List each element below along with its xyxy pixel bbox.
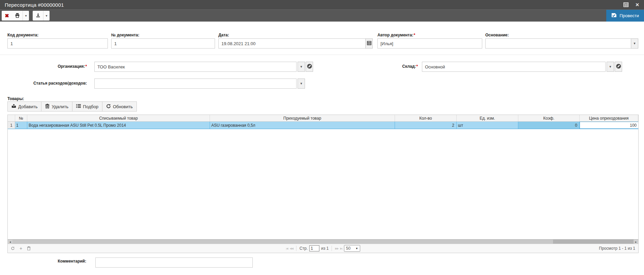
- scroll-left-button[interactable]: ◀: [8, 240, 12, 244]
- last-page-icon[interactable]: ▶|: [340, 247, 342, 250]
- warehouse-edit-button[interactable]: [615, 62, 622, 72]
- author-label: Автор документа:*: [377, 33, 415, 37]
- header-unit[interactable]: Ед. изм.: [457, 115, 518, 121]
- warehouse-dropdown-button[interactable]: ▼: [607, 62, 614, 72]
- expense-item-input[interactable]: [94, 79, 297, 89]
- doc-number-input[interactable]: [111, 38, 215, 49]
- header-num[interactable]: №: [15, 115, 27, 121]
- export-actions-group: ▾: [33, 11, 50, 21]
- row-unit-cell[interactable]: шт: [457, 122, 518, 129]
- document-form: Код документа: № документа: Дата: Автор …: [0, 22, 644, 275]
- header-coefficient[interactable]: Коэф.: [518, 115, 580, 121]
- basis-input[interactable]: [485, 38, 631, 49]
- pick-products-button[interactable]: Подбор: [72, 101, 102, 112]
- reload-grid-icon[interactable]: [11, 246, 15, 250]
- doc-code-input[interactable]: [7, 38, 108, 49]
- dropdown-arrow-icon: ▼: [609, 65, 612, 68]
- post-button[interactable]: Провести: [606, 10, 644, 22]
- horizontal-scrollbar[interactable]: ◀ ▶: [8, 239, 638, 244]
- add-row-button[interactable]: Добавить: [7, 101, 41, 112]
- trash-icon: [45, 104, 50, 110]
- basis-field: ▼: [485, 38, 638, 49]
- window-title: Пересортица #00000001: [5, 2, 64, 8]
- document-actions-group: ✖ ▾: [2, 11, 29, 21]
- header-writeoff-product[interactable]: Списываемый товар: [27, 115, 210, 121]
- refresh-icon: [106, 104, 111, 110]
- organization-input[interactable]: [94, 62, 297, 72]
- post-button-label: Провести: [619, 13, 639, 18]
- warehouse-input[interactable]: [422, 62, 606, 72]
- pencil-icon: [307, 64, 312, 70]
- delete-document-button[interactable]: ✖: [2, 11, 12, 21]
- row-coefficient-cell[interactable]: 0: [518, 122, 580, 129]
- post-save-check-icon: [611, 12, 617, 19]
- grid-header: № Списываемый товар Приходуемый товар Ко…: [8, 115, 638, 122]
- table-row[interactable]: 1 1 Вода негазированная ASU Still Pet 0.…: [8, 122, 638, 129]
- doc-number-label: № документа:: [111, 33, 140, 37]
- refresh-button[interactable]: Обновить: [102, 101, 137, 112]
- header-receipt-product[interactable]: Приходуемый товар: [210, 115, 395, 121]
- export-button[interactable]: [33, 11, 43, 21]
- scrollbar-thumb[interactable]: [12, 240, 553, 244]
- organization-field: ▼: [94, 62, 313, 72]
- add-icon: [11, 104, 16, 109]
- pencil-icon: [616, 64, 621, 70]
- journal-icon[interactable]: [623, 2, 628, 7]
- products-grid: № Списываемый товар Приходуемый товар Ко…: [7, 115, 639, 253]
- delete-row-button[interactable]: Удалить: [41, 101, 72, 112]
- warehouse-label: Склад:*: [357, 64, 418, 69]
- organization-dropdown-button[interactable]: ▼: [298, 62, 305, 72]
- expense-item-dropdown-button[interactable]: ▼: [298, 79, 305, 89]
- author-input[interactable]: [377, 38, 482, 49]
- row-receipt-cell[interactable]: ASU газированная 0,5л: [210, 122, 395, 129]
- organization-label: Организация:*: [20, 64, 87, 69]
- first-page-icon[interactable]: |◀: [286, 247, 288, 250]
- calendar-icon: [367, 41, 371, 46]
- required-mark: *: [85, 64, 87, 69]
- basis-dropdown-button[interactable]: ▼: [631, 38, 638, 49]
- chevron-down-icon: ▾: [45, 14, 47, 18]
- pick-products-label: Подбор: [83, 104, 98, 109]
- grid-pager: + |◀ ◀◀ Стр. из 1 ▶▶ ▶| 50: [8, 244, 638, 253]
- window-titlebar: Пересортица #00000001 ✕: [0, 0, 644, 9]
- page-count-label: из 1: [321, 246, 329, 251]
- section-divider: [0, 55, 644, 55]
- required-mark: *: [413, 33, 415, 37]
- list-icon: [76, 104, 81, 109]
- row-writeoff-cell[interactable]: Вода негазированная ASU Still Pet 0.5L П…: [27, 122, 210, 129]
- date-field: [218, 38, 373, 49]
- scroll-right-icon: ▶: [635, 241, 637, 243]
- calendar-button[interactable]: [365, 38, 373, 49]
- header-price[interactable]: Цена оприходования: [580, 115, 638, 121]
- doc-code-label: Код документа:: [7, 33, 38, 37]
- row-quantity-cell[interactable]: 2: [395, 122, 457, 129]
- close-icon[interactable]: ✕: [635, 2, 639, 7]
- refresh-label: Обновить: [113, 104, 133, 109]
- header-quantity[interactable]: Кол-во: [395, 115, 457, 121]
- export-menu-button[interactable]: ▾: [43, 11, 50, 21]
- date-input[interactable]: [218, 38, 366, 49]
- basis-label: Основание:: [485, 33, 509, 37]
- date-label: Дата:: [218, 33, 229, 37]
- header-row-indicator: [8, 115, 15, 121]
- print-menu-button[interactable]: ▾: [23, 11, 29, 21]
- page-number-input[interactable]: [309, 245, 319, 251]
- row-price-cell-editing[interactable]: 100: [580, 122, 638, 129]
- row-num-cell[interactable]: 1: [15, 122, 27, 129]
- scroll-left-icon: ◀: [9, 241, 11, 243]
- add-record-icon[interactable]: +: [20, 246, 22, 251]
- organization-edit-button[interactable]: [306, 62, 313, 72]
- next-page-icon[interactable]: ▶▶: [335, 247, 338, 250]
- comment-input[interactable]: [95, 257, 253, 268]
- page-size-select[interactable]: 50 ▼: [344, 245, 360, 252]
- delete-document-icon: ✖: [5, 13, 9, 19]
- scroll-right-button[interactable]: ▶: [634, 240, 638, 244]
- delete-row-label: Удалить: [52, 104, 68, 109]
- download-icon: [36, 13, 40, 19]
- pager-separator: [296, 246, 297, 251]
- products-section-label: Товары:: [7, 96, 24, 101]
- expense-item-field: ▼: [94, 79, 305, 89]
- prev-page-icon[interactable]: ◀◀: [289, 247, 293, 250]
- print-button[interactable]: [12, 11, 23, 21]
- delete-record-icon[interactable]: [27, 246, 31, 250]
